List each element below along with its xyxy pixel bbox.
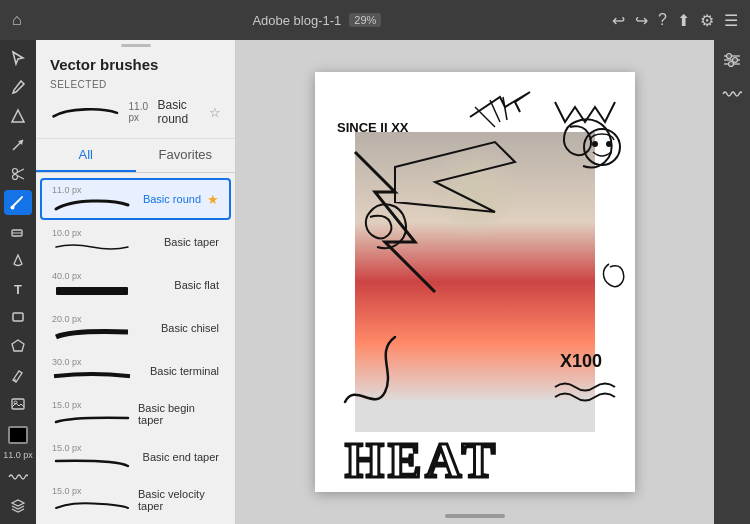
brush-name: Basic round	[143, 193, 201, 205]
tool-brush[interactable]	[4, 190, 32, 215]
tool-select[interactable]	[4, 46, 32, 71]
tab-favorites[interactable]: Favorites	[136, 139, 236, 172]
tool-text[interactable]: T	[4, 276, 32, 301]
right-tool-adjustments[interactable]	[718, 46, 746, 74]
share-icon[interactable]: ⬆	[677, 11, 690, 30]
tool-pencil[interactable]	[4, 363, 32, 388]
selected-brush-stroke	[50, 103, 121, 121]
svg-line-25	[503, 97, 507, 120]
brush-name: Basic taper	[164, 236, 219, 248]
brush-list: 11.0 px Basic round ★ 10.0 px Basic tape…	[36, 173, 235, 524]
brush-size: 15.0 px	[52, 486, 132, 496]
menu-icon[interactable]: ☰	[724, 11, 738, 30]
right-tool-wave[interactable]	[718, 80, 746, 108]
main-area: T 11.0 px Vector brushe	[0, 40, 750, 524]
selected-brush-preview: 11.0 px	[50, 101, 157, 123]
tool-fill[interactable]	[4, 247, 32, 272]
selected-brush-item: 11.0 px Basic round ☆	[50, 94, 221, 130]
svg-point-7	[11, 206, 15, 210]
svg-text:SINCE II XX: SINCE II XX	[337, 120, 409, 135]
settings-icon[interactable]: ⚙	[700, 11, 714, 30]
brush-tabs: All Favorites	[36, 139, 235, 173]
undo-icon[interactable]: ↩	[612, 11, 625, 30]
brush-name: Basic begin taper	[138, 402, 219, 426]
help-icon[interactable]: ?	[658, 11, 667, 29]
tool-scissors[interactable]	[4, 161, 32, 186]
brush-name: Basic end taper	[143, 451, 219, 463]
top-bar-right: ↩ ↪ ? ⬆ ⚙ ☰	[612, 11, 738, 30]
brush-size: 10.0 px	[52, 228, 158, 238]
selected-brush-info: 11.0 px	[129, 101, 158, 123]
brush-item-basic-begin-taper[interactable]: 15.0 px Basic begin taper	[40, 393, 231, 435]
brush-size: 20.0 px	[52, 314, 155, 324]
brush-size: 40.0 px	[52, 271, 168, 281]
zoom-badge[interactable]: 29%	[349, 13, 381, 27]
brush-name: Basic chisel	[161, 322, 219, 334]
svg-line-24	[490, 100, 500, 122]
svg-text:T: T	[14, 282, 22, 297]
tool-image[interactable]	[4, 391, 32, 416]
svg-text:X100: X100	[560, 351, 602, 371]
brush-item-basic-taper[interactable]: 10.0 px Basic taper	[40, 221, 231, 263]
brush-item-basic-terminal[interactable]: 30.0 px Basic terminal	[40, 350, 231, 392]
svg-rect-14	[12, 399, 24, 409]
svg-point-31	[729, 62, 734, 67]
tool-shape[interactable]	[4, 104, 32, 129]
top-bar: ⌂ Adobe blog-1-1 29% ↩ ↪ ? ⬆ ⚙ ☰	[0, 0, 750, 40]
svg-point-30	[733, 58, 738, 63]
tool-rect[interactable]	[4, 305, 32, 330]
tool-wave[interactable]	[4, 464, 32, 489]
color-swatch[interactable]	[8, 426, 28, 444]
top-bar-center: Adobe blog-1-1 29%	[252, 13, 381, 28]
svg-line-23	[475, 107, 495, 127]
canvas-document[interactable]: SINCE II XX	[315, 72, 635, 492]
svg-rect-16	[56, 287, 128, 295]
svg-point-3	[13, 168, 18, 173]
document-title: Adobe blog-1-1	[252, 13, 341, 28]
panel-title: Vector brushes	[50, 56, 221, 73]
vector-brushes-panel: Vector brushes SELECTED 11.0 px Basic ro…	[36, 40, 236, 524]
right-toolbar	[714, 40, 750, 524]
panel-header: Vector brushes SELECTED 11.0 px Basic ro…	[36, 46, 235, 139]
doodle-overlay: SINCE II XX	[315, 72, 635, 492]
brush-item-basic-velocity-taper[interactable]: 15.0 px Basic velocity taper	[40, 479, 231, 521]
top-bar-left: ⌂	[12, 11, 22, 29]
brush-item-basic-round[interactable]: 11.0 px Basic round ★	[40, 178, 231, 220]
svg-point-29	[727, 54, 732, 59]
svg-point-4	[13, 174, 18, 179]
svg-marker-0	[12, 110, 24, 122]
brush-size: 15.0 px	[52, 443, 137, 453]
brush-size: 11.0 px	[52, 185, 137, 195]
tool-eraser[interactable]	[4, 219, 32, 244]
brush-star[interactable]: ★	[207, 192, 219, 207]
svg-point-20	[606, 141, 612, 147]
tool-layers[interactable]	[4, 493, 32, 518]
brush-name: Basic velocity taper	[138, 488, 219, 512]
svg-text:HEAT: HEAT	[345, 432, 499, 488]
redo-icon[interactable]: ↪	[635, 11, 648, 30]
canvas-area[interactable]: SINCE II XX	[236, 40, 714, 524]
svg-point-19	[592, 141, 598, 147]
brush-name: Basic terminal	[150, 365, 219, 377]
brush-item-basic-chisel[interactable]: 20.0 px Basic chisel	[40, 307, 231, 349]
selected-label: SELECTED	[50, 79, 221, 90]
left-toolbar: T 11.0 px	[0, 40, 36, 524]
brush-item-basic-flat[interactable]: 40.0 px Basic flat	[40, 264, 231, 306]
tool-arrow[interactable]	[4, 132, 32, 157]
selected-favorite-star[interactable]: ☆	[209, 105, 221, 120]
tool-polygon[interactable]	[4, 334, 32, 359]
svg-rect-11	[13, 313, 23, 321]
canvas-inner: SINCE II XX	[315, 72, 635, 492]
brush-size: 15.0 px	[52, 400, 132, 410]
home-icon[interactable]: ⌂	[12, 11, 22, 29]
tool-pen[interactable]	[4, 75, 32, 100]
svg-marker-12	[12, 340, 24, 351]
brush-size: 30.0 px	[52, 357, 144, 367]
scroll-indicator	[445, 514, 505, 518]
brush-name: Basic flat	[174, 279, 219, 291]
tab-all[interactable]: All	[36, 139, 136, 172]
size-indicator: 11.0 px	[3, 450, 33, 460]
brush-item-basic-end-taper[interactable]: 15.0 px Basic end taper	[40, 436, 231, 478]
